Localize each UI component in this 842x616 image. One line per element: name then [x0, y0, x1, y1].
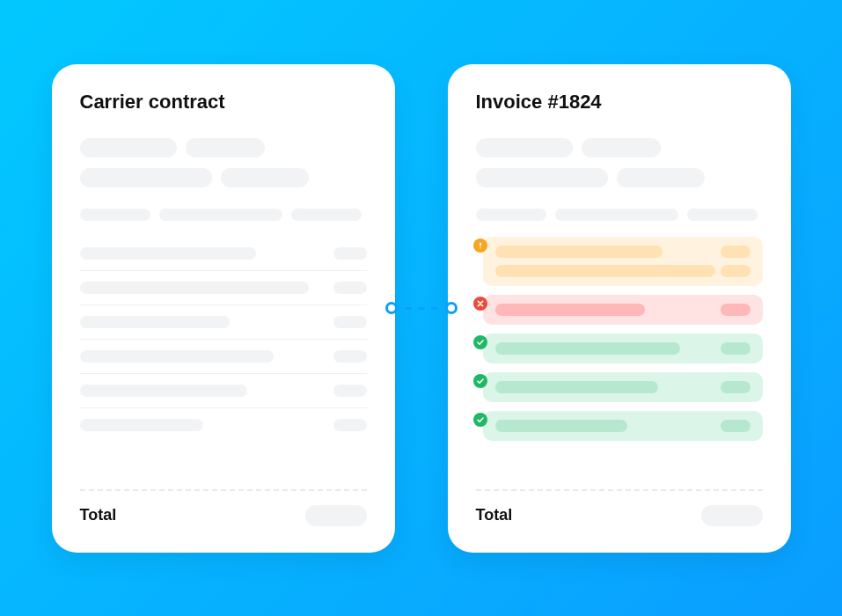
placeholder-bar [721, 265, 750, 277]
line-item [80, 305, 367, 340]
placeholder-bar [291, 209, 362, 221]
warning-icon [473, 238, 487, 253]
placeholder-bar [305, 505, 367, 526]
check-icon [473, 335, 487, 349]
placeholder-bar [333, 350, 367, 363]
placeholder-bar [687, 209, 758, 221]
placeholder-bar [186, 138, 265, 158]
comparison-block [483, 334, 763, 363]
line-item [80, 408, 367, 442]
placeholder-bar [495, 265, 715, 277]
placeholder-bar [80, 138, 177, 158]
connector-dashes [405, 307, 438, 310]
line-item [80, 374, 367, 408]
connector-dash [431, 307, 438, 310]
comparison-block [483, 237, 763, 286]
placeholder-bar [721, 381, 750, 393]
contract-card: Carrier contract [52, 64, 395, 553]
comparison-row-error [476, 295, 763, 325]
svg-rect-1 [480, 247, 481, 249]
comparison-row-ok [476, 372, 763, 402]
svg-rect-0 [480, 242, 481, 246]
placeholder-bar [721, 420, 750, 432]
check-icon [473, 374, 487, 388]
dashed-divider [80, 489, 367, 491]
placeholder-bar [495, 246, 663, 258]
placeholder-bar [721, 342, 750, 355]
placeholder-bar [495, 304, 645, 316]
placeholder-bar [333, 247, 367, 260]
connector-dot-left [385, 302, 398, 314]
placeholder-bar [333, 419, 367, 431]
comparison-row-ok [476, 411, 763, 441]
placeholder-bar [495, 342, 680, 355]
placeholder-bar [333, 385, 367, 397]
placeholder-bar [495, 420, 627, 432]
placeholder-bar [80, 247, 256, 260]
comparison-block [483, 411, 763, 441]
invoice-header-skeleton-row-1 [476, 138, 763, 158]
connector-dot-right [445, 302, 458, 314]
placeholder-bar [80, 282, 309, 294]
invoice-total-row: Total [476, 505, 763, 526]
comparison-stage: Carrier contract [52, 64, 791, 553]
contract-header-skeleton-row-3 [80, 209, 367, 221]
placeholder-bar [80, 209, 150, 221]
invoice-header-skeleton-row-2 [476, 168, 763, 187]
invoice-title: Invoice #1824 [476, 91, 763, 114]
placeholder-bar [80, 419, 203, 431]
placeholder-bar [80, 385, 247, 397]
placeholder-bar [721, 246, 750, 258]
contract-total-row: Total [80, 505, 367, 526]
placeholder-bar [221, 168, 309, 187]
placeholder-bar [555, 209, 678, 221]
contract-header-skeleton-row-1 [80, 138, 367, 158]
placeholder-bar [476, 209, 546, 221]
placeholder-bar [159, 209, 282, 221]
comparison-block [483, 372, 763, 402]
contract-line-items [80, 237, 367, 442]
comparison-row-ok [476, 334, 763, 363]
invoice-comparison-list [476, 237, 763, 441]
placeholder-bar [617, 168, 705, 187]
placeholder-bar [701, 505, 763, 526]
line-item [80, 340, 367, 374]
connector-dash [405, 307, 412, 310]
comparison-row-warning [476, 237, 763, 286]
placeholder-bar [476, 138, 573, 158]
comparison-block [483, 295, 763, 325]
placeholder-bar [495, 381, 658, 393]
invoice-card: Invoice #1824 [448, 64, 791, 553]
line-item [80, 237, 367, 271]
placeholder-bar [80, 168, 212, 187]
contract-header-skeleton-row-2 [80, 168, 367, 187]
placeholder-bar [721, 304, 750, 316]
placeholder-bar [476, 168, 608, 187]
invoice-total-label: Total [476, 506, 513, 524]
comparison-connector [385, 302, 458, 314]
contract-title: Carrier contract [80, 91, 367, 114]
error-icon [473, 297, 487, 311]
check-icon [473, 413, 487, 427]
placeholder-bar [80, 350, 274, 363]
placeholder-bar [582, 138, 661, 158]
placeholder-bar [333, 316, 367, 328]
invoice-header-skeleton-row-3 [476, 209, 763, 221]
placeholder-bar [333, 282, 367, 294]
line-item [80, 271, 367, 305]
connector-dash [418, 307, 425, 310]
contract-total-label: Total [80, 506, 117, 524]
dashed-divider [476, 489, 763, 491]
placeholder-bar [80, 316, 230, 328]
